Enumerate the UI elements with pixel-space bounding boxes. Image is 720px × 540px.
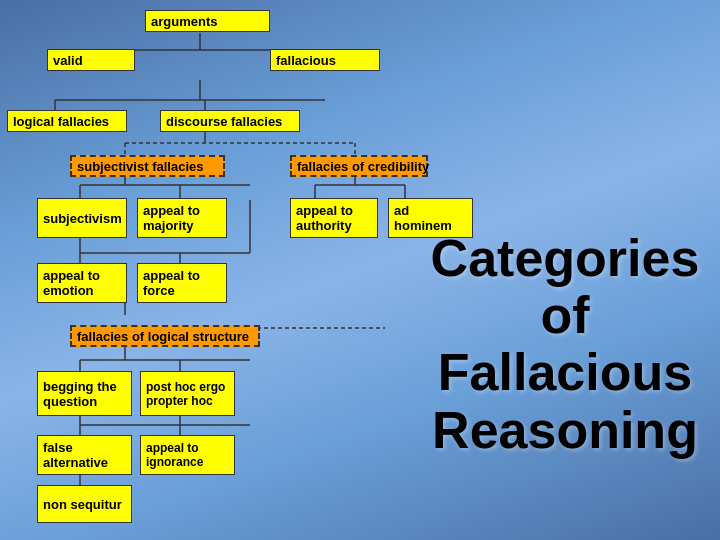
fallacious-box: fallacious — [270, 49, 380, 71]
fallacies-of-credibility-box: fallacies of credibility — [290, 155, 428, 177]
arguments-box: arguments — [145, 10, 270, 32]
appeal-to-authority-box: appeal to authority — [290, 198, 378, 238]
non-sequitur-box: non sequitur — [37, 485, 132, 523]
fallacies-logical-structure-box: fallacies of logical structure — [70, 325, 260, 347]
subjectivism-box: subjectivism — [37, 198, 127, 238]
begging-the-question-box: begging the question — [37, 371, 132, 416]
appeal-to-majority-box: appeal to majority — [137, 198, 227, 238]
logical-fallacies-box: logical fallacies — [7, 110, 127, 132]
appeal-to-ignorance-box: appeal to ignorance — [140, 435, 235, 475]
false-alternative-box: false alternative — [37, 435, 132, 475]
big-text-label: Categories of Fallacious Reasoning — [420, 230, 710, 459]
appeal-to-emotion-box: appeal to emotion — [37, 263, 127, 303]
valid-box: valid — [47, 49, 135, 71]
discourse-fallacies-box: discourse fallacies — [160, 110, 300, 132]
appeal-to-force-box: appeal to force — [137, 263, 227, 303]
post-hoc-box: post hoc ergo propter hoc — [140, 371, 235, 416]
subjectivist-fallacies-box: subjectivist fallacies — [70, 155, 225, 177]
